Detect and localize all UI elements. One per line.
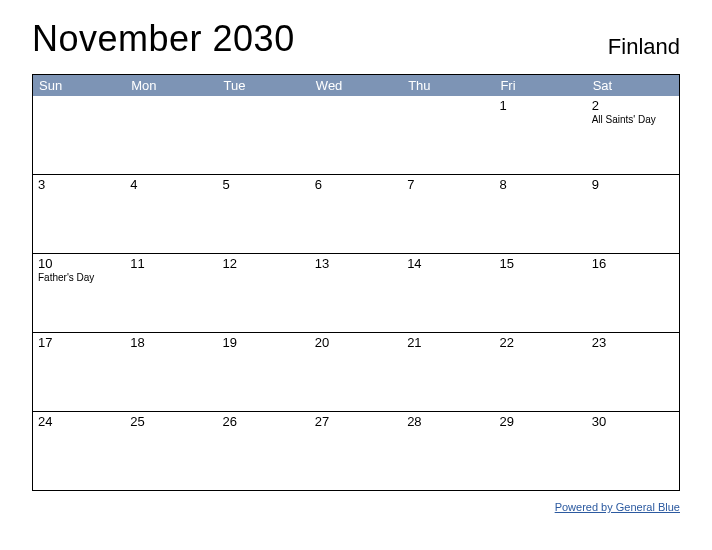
day-event: All Saints' Day xyxy=(592,114,674,126)
day-cell: 26 xyxy=(218,412,310,490)
day-number: 2 xyxy=(592,98,674,113)
dow-sat: Sat xyxy=(587,75,679,96)
dow-tue: Tue xyxy=(218,75,310,96)
day-cell: 25 xyxy=(125,412,217,490)
calendar-header: November 2030 Finland xyxy=(32,18,680,60)
day-number: 23 xyxy=(592,335,674,350)
day-cell: 4 xyxy=(125,175,217,253)
day-cell: 10Father's Day xyxy=(33,254,125,332)
day-number: 16 xyxy=(592,256,674,271)
dow-thu: Thu xyxy=(402,75,494,96)
day-number: 20 xyxy=(315,335,397,350)
day-cell: 3 xyxy=(33,175,125,253)
day-number: 18 xyxy=(130,335,212,350)
day-number: 30 xyxy=(592,414,674,429)
day-number: 22 xyxy=(499,335,581,350)
day-of-week-header: Sun Mon Tue Wed Thu Fri Sat xyxy=(33,75,679,96)
day-cell xyxy=(33,96,125,174)
day-number: 26 xyxy=(223,414,305,429)
day-number: 14 xyxy=(407,256,489,271)
day-cell: 7 xyxy=(402,175,494,253)
powered-by-link[interactable]: Powered by General Blue xyxy=(555,501,680,513)
day-number: 19 xyxy=(223,335,305,350)
day-cell xyxy=(402,96,494,174)
day-cell xyxy=(125,96,217,174)
week-row: 24252627282930 xyxy=(33,411,679,490)
day-number: 15 xyxy=(499,256,581,271)
day-cell: 6 xyxy=(310,175,402,253)
week-row: 3456789 xyxy=(33,174,679,253)
day-cell: 28 xyxy=(402,412,494,490)
month-year-title: November 2030 xyxy=(32,18,295,60)
day-number: 8 xyxy=(499,177,581,192)
day-cell: 22 xyxy=(494,333,586,411)
dow-sun: Sun xyxy=(33,75,125,96)
day-number: 1 xyxy=(499,98,581,113)
day-cell: 18 xyxy=(125,333,217,411)
day-number: 6 xyxy=(315,177,397,192)
day-cell: 16 xyxy=(587,254,679,332)
day-number: 13 xyxy=(315,256,397,271)
day-number: 3 xyxy=(38,177,120,192)
day-cell: 27 xyxy=(310,412,402,490)
week-row: 17181920212223 xyxy=(33,332,679,411)
day-cell: 15 xyxy=(494,254,586,332)
dow-fri: Fri xyxy=(494,75,586,96)
week-row: 12All Saints' Day xyxy=(33,96,679,174)
day-cell: 9 xyxy=(587,175,679,253)
day-number: 25 xyxy=(130,414,212,429)
day-cell xyxy=(310,96,402,174)
day-number: 17 xyxy=(38,335,120,350)
day-cell: 17 xyxy=(33,333,125,411)
day-number: 10 xyxy=(38,256,120,271)
day-cell: 8 xyxy=(494,175,586,253)
day-cell: 2All Saints' Day xyxy=(587,96,679,174)
day-cell: 19 xyxy=(218,333,310,411)
day-cell: 12 xyxy=(218,254,310,332)
day-number: 28 xyxy=(407,414,489,429)
calendar-footer: Powered by General Blue xyxy=(32,497,680,515)
day-cell: 29 xyxy=(494,412,586,490)
day-number: 21 xyxy=(407,335,489,350)
day-cell: 30 xyxy=(587,412,679,490)
dow-mon: Mon xyxy=(125,75,217,96)
day-number: 9 xyxy=(592,177,674,192)
day-number: 4 xyxy=(130,177,212,192)
day-cell: 14 xyxy=(402,254,494,332)
dow-wed: Wed xyxy=(310,75,402,96)
country-label: Finland xyxy=(608,34,680,60)
calendar-grid: Sun Mon Tue Wed Thu Fri Sat 12All Saints… xyxy=(32,74,680,491)
day-event: Father's Day xyxy=(38,272,120,284)
day-cell: 13 xyxy=(310,254,402,332)
day-number: 5 xyxy=(223,177,305,192)
day-cell: 20 xyxy=(310,333,402,411)
day-cell: 24 xyxy=(33,412,125,490)
day-number: 27 xyxy=(315,414,397,429)
day-number: 11 xyxy=(130,256,212,271)
day-number: 29 xyxy=(499,414,581,429)
day-cell: 23 xyxy=(587,333,679,411)
day-cell xyxy=(218,96,310,174)
day-number: 12 xyxy=(223,256,305,271)
day-cell: 5 xyxy=(218,175,310,253)
week-row: 10Father's Day111213141516 xyxy=(33,253,679,332)
day-cell: 1 xyxy=(494,96,586,174)
day-cell: 11 xyxy=(125,254,217,332)
day-number: 7 xyxy=(407,177,489,192)
day-cell: 21 xyxy=(402,333,494,411)
day-number: 24 xyxy=(38,414,120,429)
